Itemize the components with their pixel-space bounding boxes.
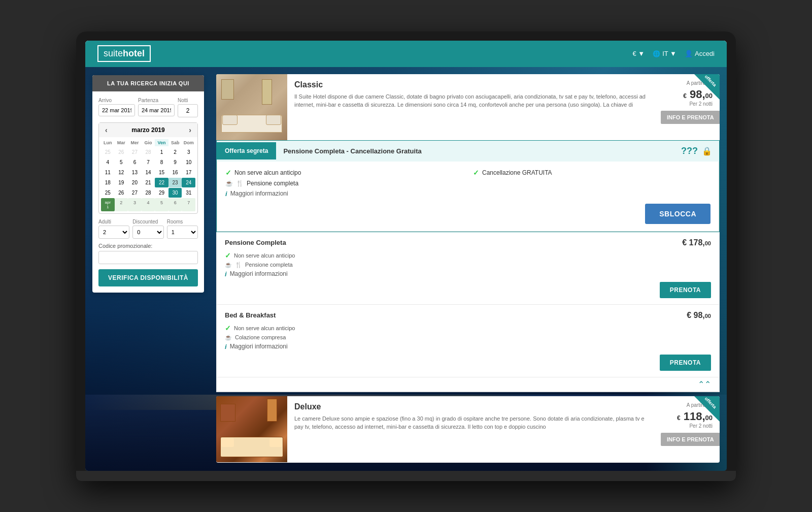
question-mark-icon[interactable]: ???	[681, 146, 698, 156]
cal-day[interactable]: 14	[142, 168, 155, 177]
calendar-next[interactable]: ›	[187, 126, 193, 134]
room-name-classic: Classic	[294, 80, 647, 89]
cal-day[interactable]: 2	[115, 198, 128, 211]
feature-pensione-text: Pensione completa	[247, 180, 298, 187]
rate-feature-maggiori: i Maggiori informazioni	[225, 270, 711, 278]
search-sidebar: LA TUA RICERCA INIZIA QUI Arrivo Partenz…	[92, 75, 204, 293]
info-icon: i	[225, 343, 227, 350]
offerta-segreta-section: Offerta segreta Pensione Completa - Canc…	[216, 140, 720, 232]
room-card-deluxe: Deluxe Le camere Deluxe sono ampie e spa…	[216, 396, 720, 463]
cal-day[interactable]: 26	[115, 147, 128, 157]
arrivo-field: Arrivo	[98, 98, 135, 117]
room-image-classic	[216, 74, 287, 140]
cal-day[interactable]: 16	[168, 168, 182, 177]
cal-day[interactable]: 8	[155, 157, 168, 167]
collapse-icon[interactable]: ⌃⌃	[698, 380, 711, 389]
cal-week-2: 4 5 6 7 8 9 10	[101, 157, 195, 167]
arrivo-input[interactable]	[98, 104, 135, 116]
cal-day[interactable]: 3	[128, 198, 142, 211]
cal-day[interactable]: 5	[115, 157, 128, 167]
maggiori-bb-link[interactable]: Maggiori informazioni	[230, 343, 288, 350]
login-button[interactable]: 👤 Accedi	[685, 50, 715, 57]
cal-day[interactable]: 26	[115, 188, 128, 198]
cal-day[interactable]: 7	[142, 157, 155, 167]
cal-day[interactable]: 13	[128, 168, 142, 177]
cal-day[interactable]: 4	[142, 198, 155, 211]
check-icon: ✓	[473, 169, 479, 177]
cal-day[interactable]: 11	[101, 168, 115, 177]
cal-day[interactable]: 2	[168, 147, 182, 157]
rate-price-pensione: € 178,00	[682, 238, 711, 247]
partenza-input[interactable]	[138, 104, 175, 116]
rate-feature-anticipo: ✓ Non serve alcun anticipo	[225, 251, 711, 260]
cal-day-22[interactable]: 22	[155, 178, 168, 187]
cal-day[interactable]: 21	[142, 178, 155, 187]
cal-day[interactable]: 28	[142, 147, 155, 157]
cal-day[interactable]: 12	[115, 168, 128, 177]
offerta-badge: offerta	[692, 74, 720, 102]
cal-day[interactable]: 5	[155, 198, 168, 211]
cal-week-3: 11 12 13 14 15 16 17	[101, 168, 195, 177]
cal-day[interactable]: 17	[182, 168, 195, 177]
header: suitehotel € ▼ 🌐 IT ▼ 👤 Accedi	[85, 41, 727, 67]
partenza-label: Partenza	[138, 98, 175, 103]
rate-feature-bb-text: Non serve alcun anticipo	[234, 325, 295, 331]
cal-day[interactable]: 15	[155, 168, 168, 177]
cal-day[interactable]: 20	[128, 178, 142, 187]
adulti-select[interactable]: 2 1 3	[98, 226, 129, 239]
info-prenota-classic-button[interactable]: INFO E PRENOTA	[661, 111, 720, 124]
cal-day[interactable]: 19	[115, 178, 128, 187]
feature-no-anticipo: ✓ Non serve alcun anticipo	[225, 169, 463, 177]
rooms-select[interactable]: 1 2 3	[167, 226, 198, 239]
cal-day[interactable]: 27	[128, 147, 142, 157]
rate-name-pensione: Pensione Completa	[225, 239, 286, 246]
cal-day[interactable]: 1	[155, 147, 168, 157]
cal-day[interactable]: 25	[101, 147, 115, 157]
cal-day[interactable]: 4	[101, 157, 115, 167]
sidebar-title: LA TUA RICERCA INIZIA QUI	[92, 75, 204, 91]
rate-features-bb: ✓ Non serve alcun anticipo ☕ Colazione c…	[225, 324, 711, 350]
calendar-prev[interactable]: ‹	[103, 126, 110, 134]
prenota-pensione-button[interactable]: PRENOTA	[660, 282, 711, 298]
cal-week-6: apr1 2 3 4 5 6 7	[101, 198, 195, 211]
verifica-disponibilita-button[interactable]: VERIFICA DISPONIBILITÀ	[98, 269, 198, 286]
maggiori-link[interactable]: Maggiori informazioni	[230, 270, 288, 277]
room-image-deluxe	[216, 396, 287, 462]
calendar-grid: Lun Mar Mer Gio Ven Sab Dom	[99, 137, 197, 213]
cal-day[interactable]: 25	[101, 188, 115, 198]
room-card-deluxe-top: Deluxe Le camere Deluxe sono ampie e spa…	[216, 396, 720, 462]
feature-cancellazione-text: Cancellazione GRATUITA	[482, 169, 552, 176]
header-nav: € ▼ 🌐 IT ▼ 👤 Accedi	[632, 50, 715, 57]
cal-day[interactable]: 10	[182, 157, 195, 167]
cal-day-30[interactable]: 30	[168, 188, 182, 198]
cal-day-23[interactable]: 23	[168, 178, 182, 187]
prenota-bb-button[interactable]: PRENOTA	[660, 355, 711, 371]
feature-pensione-completa: ☕ 🍴 Pensione completa	[225, 180, 463, 187]
logo[interactable]: suitehotel	[97, 45, 151, 62]
cal-day[interactable]: 18	[101, 178, 115, 187]
cal-day-24[interactable]: 24	[182, 178, 195, 187]
cal-day[interactable]: 3	[182, 147, 195, 157]
cal-day[interactable]: 6	[168, 198, 182, 211]
cal-day[interactable]: 29	[155, 188, 168, 198]
sblocca-button[interactable]: SBLOCCA	[645, 204, 710, 224]
cal-day[interactable]: 9	[168, 157, 182, 167]
cal-day[interactable]: 31	[182, 188, 195, 198]
currency-selector[interactable]: € ▼	[632, 50, 645, 57]
discounted-select[interactable]: 0 1 2	[132, 226, 163, 239]
info-prenota-deluxe-button[interactable]: INFO E PRENOTA	[661, 433, 720, 446]
language-selector[interactable]: 🌐 IT ▼	[653, 50, 676, 57]
offerta-banner-row: Offerta segreta Pensione Completa - Canc…	[217, 141, 719, 162]
rate-row-header-bb: Bed & Breakfast € 98,00	[225, 311, 711, 320]
promo-input[interactable]	[98, 251, 198, 264]
room-desc-deluxe: Le camere Deluxe sono ampie e spaziose (…	[294, 414, 647, 431]
maggiori-informazioni-link[interactable]: Maggiori informazioni	[230, 190, 288, 197]
notti-field: Notti	[178, 98, 198, 117]
cal-day[interactable]: 27	[128, 188, 142, 198]
cal-day[interactable]: 7	[182, 198, 195, 211]
lock-icon[interactable]: 🔒	[702, 146, 712, 156]
notti-input[interactable]	[178, 104, 198, 117]
cal-day[interactable]: 28	[142, 188, 155, 198]
cal-day[interactable]: 6	[128, 157, 142, 167]
cal-day-apr[interactable]: apr1	[101, 198, 115, 211]
